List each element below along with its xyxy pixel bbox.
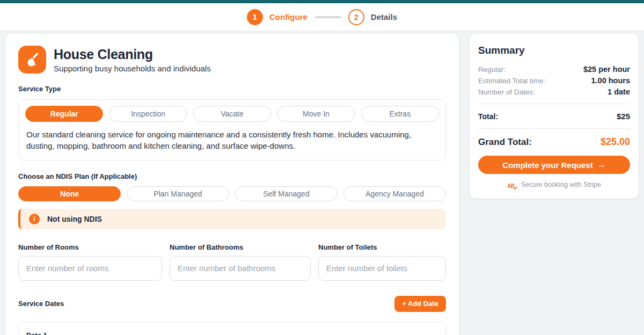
- booking-configure-card: House Cleaning Supporting busy household…: [5, 34, 459, 335]
- rooms-input[interactable]: [18, 256, 162, 281]
- summary-card: Summary Regular: $25 per hour Estimated …: [470, 34, 639, 199]
- ndis-option-none[interactable]: None: [18, 186, 121, 201]
- info-icon: i: [29, 214, 40, 224]
- summary-divider-2: [478, 128, 630, 129]
- stepper-step-details[interactable]: 2 Details: [348, 9, 397, 25]
- service-type-option-regular[interactable]: Regular: [25, 106, 103, 122]
- summary-row-value: $25 per hour: [583, 65, 630, 74]
- ndis-notice-text: Not using NDIS: [47, 215, 102, 223]
- bathrooms-input[interactable]: [170, 256, 311, 281]
- arrow-right-icon: →: [597, 160, 606, 170]
- service-type-description: Our standard cleaning service for ongoin…: [25, 129, 439, 152]
- stepper-connector: [315, 16, 341, 18]
- service-type-box: Regular Inspection Vacate Move In Extras…: [18, 99, 446, 161]
- summary-row-label: Estimated Total time:: [478, 77, 545, 85]
- grand-total-label: Grand Total:: [478, 137, 532, 148]
- page-subtitle: Supporting busy households and individua…: [54, 64, 211, 73]
- complete-request-label: Complete your Request: [502, 161, 592, 170]
- service-header: House Cleaning Supporting busy household…: [18, 46, 446, 74]
- toilets-field-label: Number of Toilets: [318, 243, 446, 251]
- date-entry-card: Date 1 Date Time: [18, 322, 446, 335]
- service-dates-header: Service Dates + Add Date: [18, 296, 446, 312]
- rooms-field-group: Number of Rooms: [18, 243, 162, 281]
- ndis-option-self-managed[interactable]: Self Managed: [235, 186, 338, 201]
- add-date-button[interactable]: + Add Date: [394, 296, 446, 312]
- stepper: 1 Configure 2 Details: [0, 3, 644, 31]
- complete-request-button[interactable]: Complete your Request →: [478, 156, 630, 174]
- service-title-block: House Cleaning Supporting busy household…: [54, 47, 211, 73]
- summary-row-value: 1.00 hours: [591, 76, 630, 85]
- step-1-circle: 1: [247, 9, 263, 25]
- summary-rows: Regular: $25 per hour Estimated Total ti…: [478, 65, 630, 96]
- summary-row-label: Regular:: [478, 65, 506, 74]
- toilets-input[interactable]: [318, 256, 446, 281]
- broom-icon: [18, 46, 46, 74]
- step-2-label: Details: [371, 12, 397, 21]
- step-2-circle: 2: [348, 9, 364, 25]
- service-dates-label: Service Dates: [18, 300, 64, 308]
- summary-divider: [478, 104, 630, 104]
- service-type-options: Regular Inspection Vacate Move In Extras: [25, 106, 439, 122]
- spellcheck-verified-icon: AB ✔: [507, 180, 517, 189]
- quantity-fields: Number of Rooms Number of Bathrooms Numb…: [18, 243, 446, 281]
- bathrooms-field-group: Number of Bathrooms: [170, 243, 311, 281]
- service-type-option-extras[interactable]: Extras: [361, 106, 439, 122]
- total-value: $25: [617, 112, 630, 121]
- toilets-field-group: Number of Toilets: [318, 243, 446, 281]
- summary-row-time: Estimated Total time: 1.00 hours: [478, 76, 630, 85]
- summary-title: Summary: [478, 45, 630, 56]
- total-row: Total: $25: [478, 112, 630, 121]
- page-content: House Cleaning Supporting busy household…: [0, 31, 644, 335]
- ndis-plan-label: Choose an NDIS Plan (If Applicable): [18, 172, 446, 180]
- summary-row-dates: Number of Dates: 1 date: [478, 88, 630, 96]
- ndis-notice-banner: i Not using NDIS: [18, 209, 446, 229]
- service-type-option-move-in[interactable]: Move In: [277, 106, 355, 122]
- stepper-step-configure[interactable]: 1 Configure: [247, 9, 308, 25]
- summary-row-label: Number of Dates:: [478, 88, 535, 96]
- grand-total-value: $25.00: [601, 136, 630, 148]
- secure-booking-note: AB ✔ Secure booking with Stripe: [478, 180, 630, 189]
- date-entry-title: Date 1: [26, 331, 438, 335]
- secure-booking-text: Secure booking with Stripe: [521, 181, 601, 188]
- ndis-option-agency-managed[interactable]: Agency Managed: [343, 186, 446, 201]
- rooms-field-label: Number of Rooms: [18, 243, 162, 251]
- ndis-plan-options: None Plan Managed Self Managed Agency Ma…: [18, 186, 446, 201]
- page-title: House Cleaning: [54, 47, 211, 62]
- step-1-label: Configure: [269, 12, 308, 21]
- total-label: Total:: [478, 112, 498, 121]
- ndis-option-plan-managed[interactable]: Plan Managed: [127, 186, 229, 201]
- service-type-option-inspection[interactable]: Inspection: [109, 106, 187, 122]
- summary-row-rate: Regular: $25 per hour: [478, 65, 630, 74]
- service-type-label: Service Type: [18, 85, 446, 93]
- grand-total-row: Grand Total: $25.00: [478, 136, 630, 148]
- bathrooms-field-label: Number of Bathrooms: [170, 243, 311, 251]
- summary-row-value: 1 date: [608, 88, 630, 96]
- service-type-option-vacate[interactable]: Vacate: [193, 106, 271, 122]
